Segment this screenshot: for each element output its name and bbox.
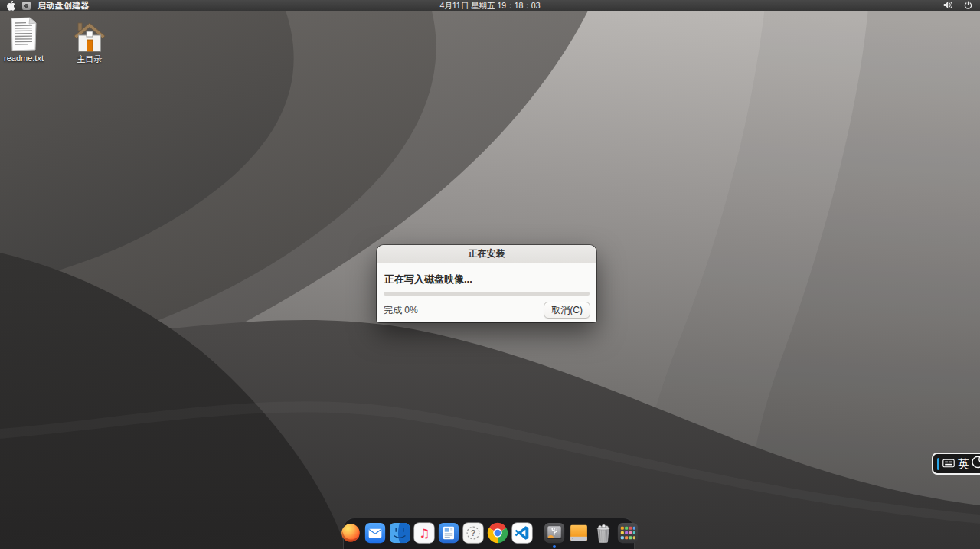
desktop-icon-label: readme.txt: [0, 54, 52, 63]
dock-item-external-drive[interactable]: [568, 522, 590, 548]
svg-text:♫: ♫: [418, 526, 429, 541]
desktop-icon-readme[interactable]: readme.txt: [0, 15, 52, 63]
dialog-message: 正在写入磁盘映像...: [384, 273, 472, 286]
keyboard-icon: [942, 457, 955, 471]
svg-text:?: ?: [470, 528, 475, 538]
dialog-titlebar[interactable]: 正在安装: [377, 245, 596, 263]
dock-item-documents[interactable]: [438, 522, 459, 548]
home-folder-icon: [61, 15, 118, 52]
text-file-icon: [0, 15, 52, 52]
desktop-screen: 启动盘创建器 4月11日 星期五 19：18：03: [0, 0, 980, 549]
progress-label: 完成 0%: [384, 304, 418, 317]
volume-icon[interactable]: [943, 1, 954, 11]
desktop-icon-label: 主目录: [61, 54, 118, 65]
dock-item-chrome[interactable]: [487, 522, 508, 548]
progress-bar: [384, 292, 590, 296]
dialog-title: 正在安装: [469, 247, 505, 260]
dock-item-mail[interactable]: [364, 522, 386, 548]
running-indicator-dot: [553, 545, 556, 548]
active-app-icon: [22, 2, 31, 10]
dock-item-app-launcher[interactable]: [617, 522, 639, 548]
power-icon[interactable]: [964, 1, 972, 11]
dock: ♫ ?: [343, 518, 635, 549]
dock-item-music[interactable]: ♫: [413, 522, 435, 548]
install-progress-dialog: 正在安装 正在写入磁盘映像... 完成 0% 取消(C): [377, 245, 596, 322]
dock-item-vscode[interactable]: [511, 522, 533, 548]
dock-item-help-viewer[interactable]: ?: [462, 522, 484, 548]
active-app-name[interactable]: 启动盘创建器: [38, 0, 90, 11]
menubar: 启动盘创建器 4月11日 星期五 19：18：03: [0, 0, 980, 11]
dialog-body: 正在写入磁盘映像... 完成 0% 取消(C): [377, 263, 596, 322]
fullwidth-moon-icon: [972, 456, 980, 472]
ime-language-label: 英: [958, 458, 969, 469]
dock-item-startup-disk-creator[interactable]: [544, 522, 565, 548]
dock-item-trash[interactable]: [593, 522, 614, 548]
input-method-panel[interactable]: 英: [932, 453, 980, 475]
dock-item-finder[interactable]: [389, 522, 410, 548]
ime-caret-bar: [937, 458, 939, 470]
cancel-button[interactable]: 取消(C): [544, 302, 590, 319]
dock-item-firefox[interactable]: [340, 522, 361, 548]
menubar-clock[interactable]: 4月11日 星期五 19：18：03: [439, 0, 540, 11]
apple-menu-icon[interactable]: [7, 1, 15, 11]
desktop-icon-home[interactable]: 主目录: [61, 15, 118, 65]
